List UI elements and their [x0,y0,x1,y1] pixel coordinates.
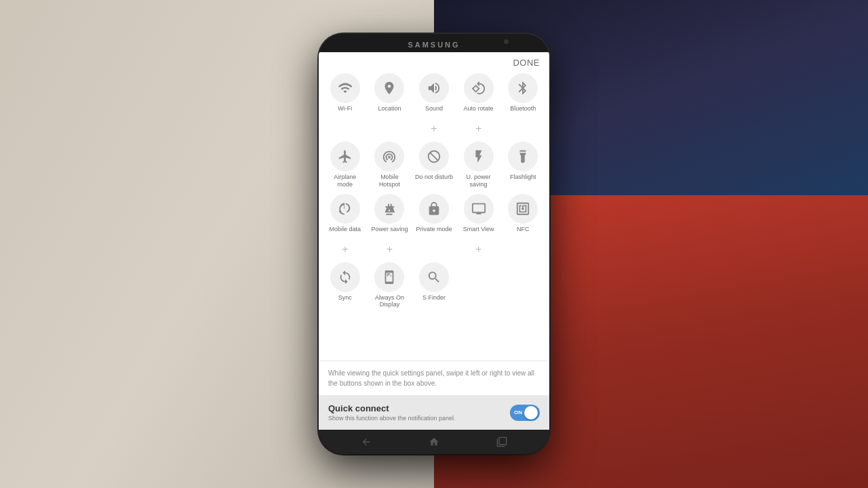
qs-row-2: Airplane mode Mobile Hotspot Do not dist… [323,139,545,191]
quick-connect-title: Quick connect [328,403,456,413]
qs-item-smartview[interactable]: Smart View [459,194,498,239]
qs-item-location[interactable]: Location [370,73,409,119]
bluetooth-icon [515,81,530,96]
location-icon [382,81,397,96]
upower-icon-wrapper [464,142,494,171]
privatemode-label: Private mode [416,226,452,239]
hotspot-icon-wrapper [374,142,404,171]
qs-item-airplane[interactable]: Airplane mode [326,142,365,188]
privatemode-icon-wrapper [419,194,449,224]
nav-recents-button[interactable] [494,434,510,450]
qs-item-dnd[interactable]: Do not disturb [414,142,454,187]
phone-frame: SAMSUNG DONE Wi-Fi [319,34,549,454]
smartview-icon [471,201,486,216]
plus-row-3: + + + [323,242,545,260]
qs-item-aod[interactable]: Always On Display [370,262,409,309]
toggle-on-label: ON [514,409,522,415]
qs-item-sync[interactable]: Sync [326,262,365,308]
plus-cell-r3-5 [503,243,542,256]
quick-connect-subtitle: Show this function above the notificatio… [328,415,456,422]
qs-item-wifi[interactable]: Wi-Fi [326,73,365,119]
autorotate-icon [471,81,486,96]
qs-item-powersaving[interactable]: Power saving [370,194,409,239]
home-icon [429,436,439,447]
mobiledata-icon [338,201,353,216]
sync-label: Sync [338,294,352,308]
qs-info-text: While viewing the quick settings panel, … [319,361,549,395]
qs-item-bluetooth[interactable]: Bluetooth [503,73,542,119]
plus-cell-r3-1[interactable]: + [326,243,365,256]
done-button[interactable]: DONE [513,58,540,68]
qs-row-1: Wi-Fi Location Sound [323,70,545,121]
upower-icon [471,149,486,164]
qs-item-privatemode[interactable]: Private mode [414,194,454,239]
qs-item-flashlight[interactable]: Flashlight [503,142,542,187]
qs-item-sfinder[interactable]: S Finder [414,262,454,308]
autorotate-icon-wrapper [464,73,494,103]
mobiledata-icon-wrapper [330,194,360,224]
location-label: Location [378,105,401,119]
dnd-icon-wrapper [419,142,449,171]
powersaving-icon [382,201,397,216]
plus-cell-4[interactable]: + [459,123,498,135]
phone-nav-bar [319,430,549,454]
sync-icon [338,270,353,285]
flashlight-icon [515,149,530,164]
quick-connect-section: Quick connect Show this function above t… [319,395,549,430]
plus-cell-3[interactable]: + [414,123,454,135]
qs-row-4: Sync Always On Display S Finder [323,260,545,312]
aod-icon-wrapper [374,262,404,292]
quick-connect-info: Quick connect Show this function above t… [328,403,456,422]
powersaving-icon-wrapper [374,194,404,224]
plus-icon-r3-1[interactable]: + [342,243,348,256]
plus-icon-r3-4[interactable]: + [475,243,481,256]
qs-item-autorotate[interactable]: Auto rotate [459,73,498,119]
nfc-label: NFC [517,226,530,239]
phone-top: SAMSUNG [319,34,549,52]
qs-grid: Wi-Fi Location Sound [319,70,549,361]
powersaving-label: Power saving [371,226,408,239]
bluetooth-label: Bluetooth [510,105,536,119]
smartview-icon-wrapper [464,194,494,224]
quick-connect-toggle[interactable]: ON [510,405,540,421]
wifi-icon [338,81,353,96]
brand-logo: SAMSUNG [408,41,460,49]
nav-back-button[interactable] [358,434,374,450]
plus-cell-r3-4[interactable]: + [459,243,498,256]
sound-icon [427,81,441,96]
back-icon [361,436,372,447]
plus-cell-r3-3 [414,243,454,256]
qs-row-3: Mobile data Power saving Private mode [323,191,545,242]
bluetooth-icon-wrapper [508,73,538,103]
wifi-label: Wi-Fi [338,105,352,119]
sfinder-label: S Finder [422,294,446,308]
plus-cell-1 [326,123,365,135]
mobiledata-label: Mobile data [330,226,361,239]
flashlight-label: Flashlight [510,174,536,187]
qs-item-sound[interactable]: Sound [414,73,454,119]
plus-icon-3[interactable]: + [431,123,437,135]
airplane-icon [338,149,353,164]
sound-label: Sound [425,105,443,119]
hotspot-label: Mobile Hotspot [370,174,409,188]
qs-item-upower[interactable]: U. power saving [459,142,498,188]
qs-item-nfc[interactable]: NFC [503,194,542,239]
autorotate-label: Auto rotate [464,105,494,119]
phone-screen: DONE Wi-Fi Location [319,52,549,430]
nav-home-button[interactable] [426,434,442,450]
airplane-label: Airplane mode [326,174,365,188]
plus-icon-r3-2[interactable]: + [387,243,393,256]
toggle-knob [524,406,538,420]
flashlight-icon-wrapper [508,142,538,171]
sound-icon-wrapper [419,73,449,103]
qs-item-hotspot[interactable]: Mobile Hotspot [370,142,409,188]
airplane-icon-wrapper [330,142,360,171]
plus-icon-4[interactable]: + [475,123,481,135]
plus-cell-2 [370,123,409,135]
sync-icon-wrapper [330,262,360,292]
qs-item-mobiledata[interactable]: Mobile data [326,194,365,239]
dnd-icon [427,149,441,164]
plus-row-1: + + [323,121,545,139]
aod-icon [382,270,397,285]
plus-cell-r3-2[interactable]: + [370,243,409,256]
